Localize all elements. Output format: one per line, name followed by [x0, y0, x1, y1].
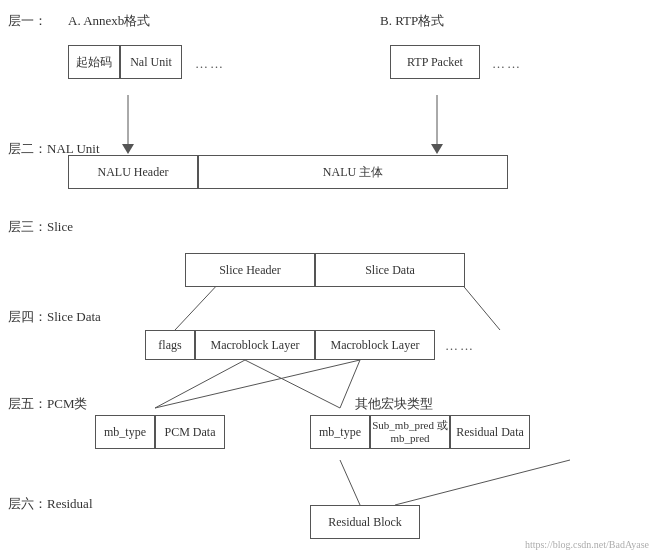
layer5-other-label: 其他宏块类型	[355, 395, 433, 413]
dots1: ……	[195, 56, 225, 72]
slice-header-box: Slice Header	[185, 253, 315, 287]
layer4-label: 层四：Slice Data	[8, 308, 101, 326]
residual-data-box: Residual Data	[450, 415, 530, 449]
dots3: ……	[445, 338, 475, 354]
diagram: 层一： A. Annexb格式 B. RTP格式 起始码 Nal Unit ………	[0, 0, 653, 552]
svg-line-6	[155, 360, 245, 408]
svg-line-5	[460, 282, 500, 330]
layer6-label: 层六：Residual	[8, 495, 93, 513]
svg-line-11	[340, 460, 360, 505]
svg-line-10	[395, 460, 570, 505]
layer5-label: 层五：PCM类	[8, 395, 87, 413]
layer3-label: 层三：Slice	[8, 218, 73, 236]
slice-data-box: Slice Data	[315, 253, 465, 287]
qishi-box: 起始码	[68, 45, 120, 79]
flags-box: flags	[145, 330, 195, 360]
svg-line-8	[155, 360, 360, 408]
sub-mb-pred-box: Sub_mb_pred 或mb_pred	[370, 415, 450, 449]
svg-marker-3	[431, 144, 443, 154]
mb-type2-box: mb_type	[310, 415, 370, 449]
residual-block-box: Residual Block	[310, 505, 420, 539]
dots2: ……	[492, 56, 522, 72]
svg-marker-1	[122, 144, 134, 154]
watermark: https://blog.csdn.net/BadAyase	[525, 539, 649, 550]
rtp-packet-box: RTP Packet	[390, 45, 480, 79]
pcm-data-box: PCM Data	[155, 415, 225, 449]
mb-type1-box: mb_type	[95, 415, 155, 449]
svg-line-4	[175, 282, 220, 330]
layer1-b-label: B. RTP格式	[380, 12, 444, 30]
svg-line-7	[245, 360, 340, 408]
layer1-label: 层一：	[8, 12, 47, 30]
nalu-header-box: NALU Header	[68, 155, 198, 189]
nalu-body-box: NALU 主体	[198, 155, 508, 189]
mb-layer1-box: Macroblock Layer	[195, 330, 315, 360]
layer1-a-label: A. Annexb格式	[68, 12, 150, 30]
mb-layer2-box: Macroblock Layer	[315, 330, 435, 360]
nal-unit-box: Nal Unit	[120, 45, 182, 79]
